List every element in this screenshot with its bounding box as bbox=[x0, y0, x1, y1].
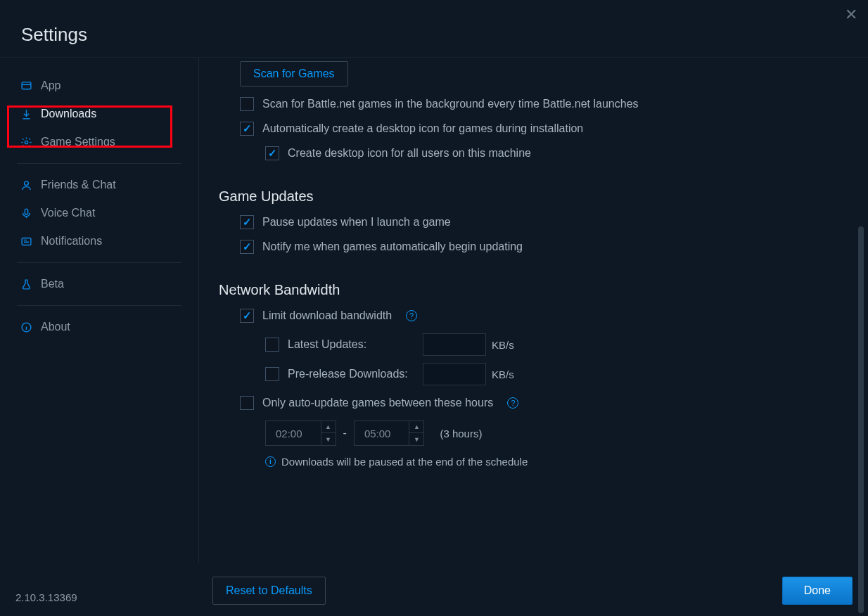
sidebar-item-label: Voice Chat bbox=[41, 207, 95, 219]
help-icon[interactable]: ? bbox=[406, 310, 417, 321]
checkbox-pause-updates[interactable]: Pause updates when I launch a game bbox=[240, 215, 833, 229]
download-icon bbox=[20, 108, 32, 120]
duration-label: (3 hours) bbox=[440, 428, 482, 439]
checkbox-icon[interactable] bbox=[240, 396, 254, 410]
checkbox-auto-desktop-icon[interactable]: Automatically create a desktop icon for … bbox=[240, 122, 833, 136]
sidebar-item-friends-chat[interactable]: Friends & Chat bbox=[0, 171, 198, 199]
spinner[interactable]: ▲ ▼ bbox=[321, 421, 336, 446]
done-button[interactable]: Done bbox=[782, 577, 853, 605]
sidebar-separator bbox=[17, 163, 181, 164]
sidebar: App Downloads Game Settings Friends & Ch… bbox=[0, 58, 199, 564]
time-value: 02:00 bbox=[266, 428, 321, 439]
sidebar-item-downloads[interactable]: Downloads bbox=[0, 100, 198, 128]
reset-defaults-button[interactable]: Reset to Defaults bbox=[212, 577, 326, 605]
svg-point-2 bbox=[24, 181, 28, 185]
time-end-input[interactable]: 05:00 ▲ ▼ bbox=[354, 421, 425, 446]
sidebar-item-label: Game Settings bbox=[41, 136, 115, 148]
time-start-input[interactable]: 02:00 ▲ ▼ bbox=[265, 421, 336, 446]
checkbox-scan-background[interactable]: Scan for Battle.net games in the backgro… bbox=[240, 97, 833, 111]
help-icon[interactable]: ? bbox=[507, 397, 518, 409]
field-label: Pre-release Downloads: bbox=[288, 368, 417, 380]
checkbox-label: Create desktop icon for all users on thi… bbox=[288, 147, 531, 160]
time-separator: - bbox=[343, 427, 347, 439]
unit-label: KB/s bbox=[492, 339, 514, 351]
sidebar-item-game-settings[interactable]: Game Settings bbox=[0, 128, 198, 156]
header: Settings ✕ bbox=[0, 0, 868, 58]
checkbox-notify-updates[interactable]: Notify me when games automatically begin… bbox=[240, 240, 833, 254]
chevron-up-icon[interactable]: ▲ bbox=[321, 421, 336, 433]
checkbox-label: Automatically create a desktop icon for … bbox=[262, 122, 583, 135]
checkbox-icon[interactable] bbox=[265, 367, 279, 381]
checkbox-icon[interactable] bbox=[240, 215, 254, 229]
notification-icon bbox=[20, 235, 32, 248]
sidebar-item-notifications[interactable]: Notifications bbox=[0, 227, 198, 255]
sidebar-item-label: Beta bbox=[41, 278, 64, 290]
checkbox-auto-update-hours[interactable]: Only auto-update games between these hou… bbox=[240, 396, 833, 410]
latest-updates-input[interactable] bbox=[423, 333, 486, 356]
app-icon bbox=[20, 79, 32, 92]
chevron-down-icon[interactable]: ▼ bbox=[409, 433, 423, 446]
version-label: 2.10.3.13369 bbox=[15, 591, 77, 603]
unit-label: KB/s bbox=[492, 368, 514, 380]
sidebar-item-app[interactable]: App bbox=[0, 72, 198, 100]
checkbox-icon[interactable] bbox=[240, 122, 254, 136]
info-text: Downloads will be paused at the end of t… bbox=[281, 456, 528, 468]
field-prerelease-downloads: Pre-release Downloads: KB/s bbox=[265, 363, 833, 385]
checkbox-icon[interactable] bbox=[240, 240, 254, 254]
checkbox-icon-all-users[interactable]: Create desktop icon for all users on thi… bbox=[265, 146, 833, 160]
scrollbar[interactable] bbox=[858, 226, 864, 613]
scan-games-button[interactable]: Scan for Games bbox=[240, 61, 348, 86]
main-area: App Downloads Game Settings Friends & Ch… bbox=[0, 58, 868, 564]
sidebar-item-label: Downloads bbox=[41, 108, 96, 120]
info-icon: i bbox=[265, 456, 276, 467]
info-icon bbox=[20, 321, 32, 333]
svg-rect-3 bbox=[25, 209, 27, 214]
close-icon[interactable]: ✕ bbox=[845, 7, 857, 23]
checkbox-label: Notify me when games automatically begin… bbox=[262, 240, 523, 253]
content-panel: Scan for Games Scan for Battle.net games… bbox=[199, 58, 868, 564]
prerelease-input[interactable] bbox=[423, 363, 486, 385]
mic-icon bbox=[20, 207, 32, 219]
checkbox-label: Only auto-update games between these hou… bbox=[262, 397, 493, 409]
sidebar-separator bbox=[17, 262, 181, 263]
page-title: Settings bbox=[21, 24, 87, 46]
flask-icon bbox=[20, 278, 32, 290]
gear-icon bbox=[20, 136, 32, 148]
time-value: 05:00 bbox=[355, 428, 409, 439]
sidebar-item-label: App bbox=[41, 79, 60, 92]
sidebar-item-voice-chat[interactable]: Voice Chat bbox=[0, 199, 198, 227]
svg-rect-0 bbox=[22, 82, 31, 89]
checkbox-label: Scan for Battle.net games in the backgro… bbox=[262, 98, 639, 110]
chevron-up-icon[interactable]: ▲ bbox=[409, 421, 423, 433]
checkbox-icon[interactable] bbox=[240, 97, 254, 111]
checkbox-icon[interactable] bbox=[240, 309, 254, 323]
svg-point-1 bbox=[25, 141, 27, 143]
friends-icon bbox=[20, 179, 32, 191]
checkbox-icon[interactable] bbox=[265, 338, 279, 352]
sidebar-item-label: Notifications bbox=[41, 235, 102, 248]
section-network-bandwidth: Network Bandwidth bbox=[219, 282, 833, 298]
spinner[interactable]: ▲ ▼ bbox=[409, 421, 423, 446]
checkbox-limit-bandwidth[interactable]: Limit download bandwidth ? bbox=[240, 309, 833, 323]
checkbox-icon[interactable] bbox=[265, 146, 279, 160]
sidebar-item-label: About bbox=[41, 321, 70, 333]
chevron-down-icon[interactable]: ▼ bbox=[321, 433, 336, 446]
time-range-row: 02:00 ▲ ▼ - 05:00 ▲ ▼ (3 hours) bbox=[265, 421, 833, 446]
section-game-updates: Game Updates bbox=[219, 188, 833, 205]
sidebar-item-about[interactable]: About bbox=[0, 313, 198, 341]
sidebar-item-label: Friends & Chat bbox=[41, 179, 116, 191]
sidebar-item-beta[interactable]: Beta bbox=[0, 270, 198, 298]
checkbox-label: Pause updates when I launch a game bbox=[262, 216, 451, 229]
sidebar-separator bbox=[17, 305, 181, 306]
field-latest-updates: Latest Updates: KB/s bbox=[265, 333, 833, 356]
info-schedule-paused: i Downloads will be paused at the end of… bbox=[265, 456, 833, 468]
field-label: Latest Updates: bbox=[288, 338, 417, 351]
checkbox-label: Limit download bandwidth bbox=[262, 309, 392, 322]
